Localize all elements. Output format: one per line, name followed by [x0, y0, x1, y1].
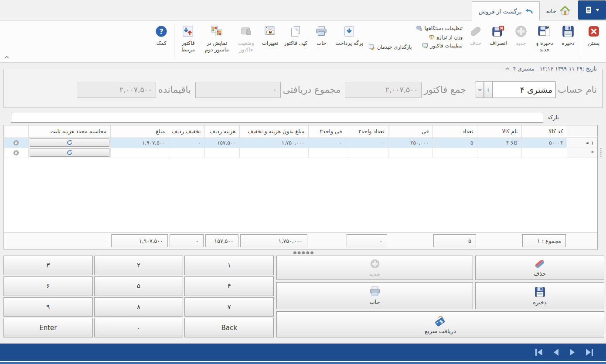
- grid-header-row: کد کالا نام کالا تعداد فی تعداد واحد۲ فی…: [4, 125, 597, 138]
- main-menu-button[interactable]: [578, 0, 606, 20]
- column-header-amount-net[interactable]: مبلغ بدون هزینه و تخفیف: [239, 125, 308, 138]
- ribbon-copy-invoice-button[interactable]: کپی فاکتور: [282, 23, 309, 48]
- column-header-row-cost[interactable]: هزینه ردیف: [204, 125, 239, 138]
- cell-row-cost[interactable]: [204, 148, 239, 158]
- ribbon-cancel-button[interactable]: انصراف: [488, 23, 509, 48]
- tab-label: خانه: [546, 7, 556, 14]
- ribbon-close-button[interactable]: بستن: [583, 23, 604, 48]
- numpad-key-9[interactable]: ۹: [3, 297, 93, 317]
- ribbon-second-monitor-button[interactable]: نمایش در مانیتور دوم: [201, 23, 232, 55]
- invoice-total-value: ۲,۰۰۷,۵۰۰: [345, 82, 422, 98]
- numpad-key-7[interactable]: ۷: [184, 297, 274, 317]
- delete-button[interactable]: حذف: [475, 256, 604, 280]
- add-account-button[interactable]: +: [484, 81, 492, 98]
- save-button[interactable]: ذخیره: [475, 282, 604, 309]
- cell-code[interactable]: [521, 148, 567, 158]
- cell-row-discount[interactable]: [169, 148, 204, 158]
- up-down-arrows-icon: [181, 24, 194, 38]
- grid-empty-area[interactable]: [4, 158, 598, 233]
- numpad-key-back[interactable]: Back: [184, 318, 274, 337]
- ribbon-scale-weight-button[interactable]: وزن از ترازو: [416, 34, 463, 40]
- ribbon-changes-button[interactable]: تغییرات: [259, 23, 280, 48]
- cell-amount[interactable]: ۱,۹۰۷,۵۰۰: [110, 138, 169, 148]
- ribbon-save-button[interactable]: ذخیره: [558, 23, 579, 48]
- ribbon-collapse-chevron[interactable]: [4, 56, 9, 59]
- cell-amount-net[interactable]: ۱,۷۵۰,۰۰۰: [239, 138, 308, 148]
- total-count: مجموع : ۱: [522, 234, 566, 247]
- numpad-key-0[interactable]: ۰: [94, 318, 184, 337]
- recalc-fixed-cost-button[interactable]: [30, 148, 109, 157]
- cell-name[interactable]: کالا ۴: [477, 138, 521, 148]
- scale-icon: [429, 34, 435, 40]
- numpad-key-5[interactable]: ۵: [94, 276, 184, 296]
- numpad-key-2[interactable]: ۲: [94, 256, 184, 275]
- save-icon: [562, 24, 575, 38]
- numpad-key-3[interactable]: ۳: [3, 256, 93, 275]
- ribbon-load-layout-button[interactable]: بارگذاری چیدمان: [366, 44, 415, 50]
- ribbon-invoice-settings-button[interactable]: تنظیمات فاکتور: [416, 43, 463, 49]
- ribbon-separator: [174, 24, 174, 59]
- cell-qty[interactable]: [432, 148, 477, 158]
- cell-price2[interactable]: ۰: [308, 138, 346, 148]
- ribbon-print-button[interactable]: چاپ: [311, 23, 332, 48]
- total-amount-net: ۱,۷۵۰,۰۰۰: [240, 234, 307, 247]
- cell-amount-net[interactable]: [239, 148, 308, 158]
- column-header-price2[interactable]: فی واحد۲: [308, 125, 346, 138]
- eraser-icon: [534, 259, 546, 269]
- cell-row-cost[interactable]: ۱۵۷,۵۰۰: [204, 138, 239, 148]
- print-button[interactable]: چاپ: [276, 282, 473, 309]
- barcode-input[interactable]: [11, 112, 543, 123]
- cell-name[interactable]: [477, 148, 521, 158]
- numpad-key-4[interactable]: ۴: [184, 276, 274, 296]
- ribbon-delete-button: حذف: [465, 23, 486, 48]
- cell-amount[interactable]: [110, 148, 169, 158]
- column-header-name[interactable]: نام کالا: [477, 125, 521, 138]
- ribbon-related-invoice-button[interactable]: فاکتور مرتبط: [177, 23, 199, 55]
- ribbon-help-button[interactable]: ? کمک: [151, 23, 172, 48]
- column-header-amount[interactable]: مبلغ: [110, 125, 169, 138]
- cell-price2[interactable]: [308, 148, 346, 158]
- column-header-row-discount[interactable]: تخفیف ردیف: [169, 125, 204, 138]
- remove-row-icon[interactable]: [8, 150, 25, 156]
- groupbox-caption: تاریخ :۲۹-۱۱-۱۳۹۹ ۱۲:۱۶ - مشتری ۴: [513, 65, 597, 72]
- column-header-price[interactable]: فی: [388, 125, 432, 138]
- nav-next-button[interactable]: [568, 347, 577, 357]
- cell-price[interactable]: [388, 148, 432, 158]
- ribbon-device-settings-button[interactable]: تنظیمات دستگاهها: [416, 25, 463, 31]
- cell-qty2[interactable]: ۰: [346, 138, 388, 148]
- column-header-recalc[interactable]: محاسبه مجدد هزینه ثابت: [28, 125, 110, 138]
- column-header-qty[interactable]: تعداد: [432, 125, 477, 138]
- ribbon-save-and-new-button[interactable]: ذخیره و جدید: [533, 23, 556, 55]
- account-dropdown-button[interactable]: [476, 81, 484, 98]
- total-row-cost: ۱۵۷,۵۰۰: [205, 234, 238, 247]
- numpad-key-1[interactable]: ۱: [184, 256, 274, 275]
- numpad-key-enter[interactable]: Enter: [3, 318, 93, 337]
- quick-receive-button[interactable]: $ دریافت سریع: [276, 311, 604, 337]
- tab-sales-return[interactable]: برگشت از فروش: [472, 1, 540, 20]
- recalc-fixed-cost-button[interactable]: [30, 138, 109, 147]
- numpad-key-8[interactable]: ۸: [94, 297, 184, 317]
- cell-qty2[interactable]: [346, 148, 388, 158]
- cell-row-discount[interactable]: ۰: [169, 138, 204, 148]
- lock-grid-icon: [239, 24, 252, 38]
- main-content: تاریخ :۲۹-۱۱-۱۳۹۹ ۱۲:۱۶ - مشتری ۴ نام حس…: [0, 69, 606, 337]
- groupbox-collapse-chevron[interactable]: [505, 67, 510, 70]
- numpad-key-6[interactable]: ۶: [3, 276, 93, 296]
- nav-previous-button[interactable]: [551, 347, 561, 357]
- cell-code[interactable]: ۵۰۰۰۴: [521, 138, 567, 148]
- tab-home[interactable]: خانه: [540, 1, 577, 20]
- account-name-input[interactable]: [492, 81, 556, 98]
- cell-qty[interactable]: ۵: [432, 138, 477, 148]
- grid-side-grip[interactable]: ⋮⋮: [598, 125, 604, 249]
- ribbon-payment-sheet-button[interactable]: برگه پرداخت: [334, 23, 365, 48]
- load-layout-icon: [368, 44, 375, 50]
- cell-price[interactable]: ۳۵۰,۰۰۰: [388, 138, 432, 148]
- cancel-icon: [492, 24, 505, 38]
- column-header-code[interactable]: کد کالا: [521, 125, 567, 138]
- remove-row-icon[interactable]: [8, 140, 25, 146]
- nav-last-button[interactable]: [584, 347, 595, 357]
- nav-first-button[interactable]: [534, 347, 544, 357]
- column-header-qty2[interactable]: تعداد واحد۲: [346, 125, 388, 138]
- row-indicator-header: [567, 125, 597, 138]
- horizontal-splitter[interactable]: ●●●●●: [3, 249, 604, 256]
